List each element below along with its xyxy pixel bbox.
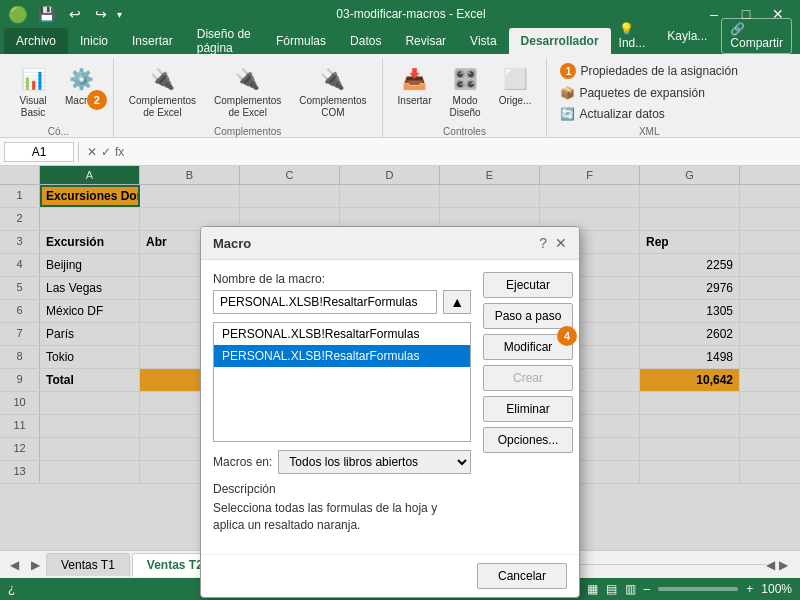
ribbon-body: 📊 VisualBasic ⚙️ Macros 2 Có... 🔌 Comple… (0, 54, 800, 138)
propiedades-asignacion-button[interactable]: 1 Propiedades de la asignación (555, 60, 742, 82)
insert-function-icon[interactable]: fx (115, 145, 124, 159)
origen-label: Orige... (499, 95, 532, 107)
macros-wrapper: ⚙️ Macros 2 (58, 60, 105, 112)
modal-action-buttons: Ejecutar Paso a paso Modificar 4 Crear E… (479, 260, 579, 554)
window-title: 03-modificar-macros - Excel (336, 7, 485, 21)
redo-button[interactable]: ↪ (91, 4, 111, 24)
paquetes-expansion-label: Paquetes de expansión (579, 86, 704, 100)
tab-diseno[interactable]: Diseño de página (185, 28, 264, 54)
tab-formulas[interactable]: Fórmulas (264, 28, 338, 54)
macro-list-item[interactable]: PERSONAL.XLSB!ResaltarFormulas (214, 323, 470, 345)
dropdown-arrow[interactable]: ▾ (117, 9, 122, 20)
modal-header: Macro ? ✕ (201, 227, 579, 260)
description-text: Selecciona todas las formulas de la hoja… (213, 500, 471, 534)
complementos-items: 🔌 Complementosde Excel 🔌 Complementosde … (122, 60, 374, 124)
formula-bar: ✕ ✓ fx (0, 138, 800, 166)
macro-list[interactable]: PERSONAL.XLSB!ResaltarFormulas PERSONAL.… (213, 322, 471, 442)
cancel-formula-icon[interactable]: ✕ (87, 145, 97, 159)
tab-revisar[interactable]: Revisar (393, 28, 458, 54)
modal-left-panel: Nombre de la macro: ▲ PERSONAL.XLSB!Resa… (201, 260, 479, 554)
modal-close-button[interactable]: ✕ (555, 235, 567, 251)
complementos-excel-label: Complementosde Excel (129, 95, 196, 119)
eliminar-button[interactable]: Eliminar (483, 396, 573, 422)
complementos-com-button[interactable]: 🔌 ComplementosCOM (292, 60, 373, 124)
formula-input[interactable] (128, 143, 796, 161)
undo-button[interactable]: ↩ (65, 4, 85, 24)
macro-name-row: ▲ (213, 290, 471, 314)
cancelar-button[interactable]: Cancelar (477, 563, 567, 589)
sheet-scroll-left[interactable]: ◀ (4, 558, 25, 572)
scroll-right-small[interactable]: ▶ (779, 558, 788, 572)
page-break-icon[interactable]: ▥ (625, 582, 636, 596)
modificar-wrapper: Modificar 4 (483, 334, 569, 360)
modal-header-buttons: ? ✕ (539, 235, 567, 251)
insertar-label: Insertar (398, 95, 432, 107)
tab-datos[interactable]: Datos (338, 28, 393, 54)
tab-inicio[interactable]: Inicio (68, 28, 120, 54)
share-button[interactable]: 🔗 Compartir (721, 18, 792, 54)
actualizar-datos-button[interactable]: 🔄 Actualizar datos (555, 104, 742, 124)
complementos-excel2-button[interactable]: 🔌 Complementosde Excel (207, 60, 288, 124)
ready-status: ¿ (8, 582, 15, 596)
codigo-group-label: Có... (12, 124, 105, 139)
app-icon: 🟢 (8, 5, 28, 24)
paquetes-expansion-button[interactable]: 📦 Paquetes de expansión (555, 83, 742, 103)
zoom-slider[interactable] (658, 587, 738, 591)
complementos-excel-icon: 🔌 (148, 65, 176, 93)
complementos-excel2-label: Complementosde Excel (214, 95, 281, 119)
modal-footer: Cancelar (201, 554, 579, 597)
confirm-formula-icon[interactable]: ✓ (101, 145, 111, 159)
paso-a-paso-button[interactable]: Paso a paso (483, 303, 573, 329)
xml-items-row: 1 Propiedades de la asignación 📦 Paquete… (555, 60, 742, 124)
actualizar-datos-label: Actualizar datos (579, 107, 664, 121)
description-label: Descripción (213, 482, 471, 496)
cell-reference[interactable] (4, 142, 74, 162)
macros-badge: 2 (87, 90, 107, 110)
ind-button[interactable]: 💡 Ind... (611, 18, 654, 54)
origen-button[interactable]: ⬜ Orige... (492, 60, 539, 112)
visual-basic-label: VisualBasic (19, 95, 46, 119)
complementos-excel-button[interactable]: 🔌 Complementosde Excel (122, 60, 203, 124)
modal-overlay: Macro ? ✕ Nombre de la macro: ▲ PERSONAL… (0, 166, 800, 550)
macros-in-row: Macros en: Todos los libros abiertos Est… (213, 450, 471, 474)
macros-in-select[interactable]: Todos los libros abiertos Este libro (278, 450, 471, 474)
paquetes-expansion-icon: 📦 (560, 86, 575, 100)
tab-vista[interactable]: Vista (458, 28, 508, 54)
opciones-button[interactable]: Opciones... (483, 427, 573, 453)
origen-icon: ⬜ (501, 65, 529, 93)
normal-view-icon[interactable]: ▦ (587, 582, 598, 596)
macro-scroll-up-button[interactable]: ▲ (443, 290, 471, 314)
sheet-scroll-right[interactable]: ▶ (25, 558, 46, 572)
sheet-nav-right: ◀ ▶ (766, 558, 796, 572)
zoom-minus-button[interactable]: – (644, 582, 651, 596)
macro-list-item-selected[interactable]: PERSONAL.XLSB!ResaltarFormulas (214, 345, 470, 367)
tab-desarrollador[interactable]: Desarrollador (509, 28, 611, 54)
save-button[interactable]: 💾 (34, 4, 59, 24)
complementos-com-icon: 🔌 (319, 65, 347, 93)
visual-basic-button[interactable]: 📊 VisualBasic (12, 60, 54, 124)
formula-divider (78, 142, 79, 162)
page-layout-icon[interactable]: ▤ (606, 582, 617, 596)
modo-diseno-icon: 🎛️ (451, 65, 479, 93)
tab-insertar[interactable]: Insertar (120, 28, 185, 54)
modal-help-button[interactable]: ? (539, 235, 547, 251)
complementos-group-label: Complementos (122, 124, 374, 139)
zoom-plus-button[interactable]: + (746, 582, 753, 596)
scroll-left-small[interactable]: ◀ (766, 558, 775, 572)
crear-button[interactable]: Crear (483, 365, 573, 391)
tab-archivo[interactable]: Archivo (4, 28, 68, 54)
sheet-tab-ventas-t1[interactable]: Ventas T1 (46, 553, 130, 576)
complementos-com-label: ComplementosCOM (299, 95, 366, 119)
ribbon-group-xml: 1 Propiedades de la asignación 📦 Paquete… (547, 58, 750, 137)
ribbon-group-controles: 📥 Insertar 🎛️ ModoDiseño ⬜ Orige... Cont… (383, 58, 548, 137)
ribbon-tabs: Archivo Inicio Insertar Diseño de página… (0, 28, 800, 54)
macro-name-input[interactable] (213, 290, 437, 314)
ribbon-right-actions: 💡 Ind... Kayla... 🔗 Compartir (611, 18, 800, 54)
user-name[interactable]: Kayla... (659, 25, 715, 47)
badge-1: 1 (560, 63, 576, 79)
ejecutar-button[interactable]: Ejecutar (483, 272, 573, 298)
insertar-button[interactable]: 📥 Insertar (391, 60, 439, 112)
macro-dialog: Macro ? ✕ Nombre de la macro: ▲ PERSONAL… (200, 226, 580, 598)
modo-diseno-button[interactable]: 🎛️ ModoDiseño (443, 60, 488, 124)
actualizar-datos-icon: 🔄 (560, 107, 575, 121)
